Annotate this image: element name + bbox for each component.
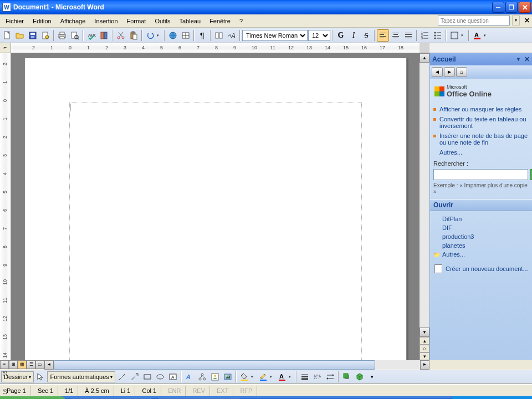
browse-object-button[interactable]: ○ [420,345,429,352]
menu-tableau[interactable]: Tableau [175,14,206,27]
horizontal-scrollbar[interactable]: ◄ ► [44,360,429,370]
menu-edition[interactable]: Edition [28,14,56,27]
diagram-icon[interactable] [196,371,208,383]
prev-page-button[interactable]: ▴ [420,337,429,345]
link-others[interactable]: Autres... [433,149,529,156]
normal-view-button[interactable]: ≡ [0,360,9,369]
file-planetes[interactable]: planetes [433,241,529,250]
scroll-left-button[interactable]: ◄ [44,360,54,370]
oval-tool-icon[interactable] [154,371,166,383]
numbered-list-button[interactable]: 123 [419,29,431,42]
textbox-tool-icon[interactable]: A [167,371,179,383]
menu-insertion[interactable]: Insertion [90,14,122,27]
italic-button[interactable]: I [347,29,360,42]
file-dif[interactable]: DIF [433,223,529,232]
taskpane-close-button[interactable]: ✕ [524,55,530,63]
create-new-document[interactable]: Créer un nouveau document... [433,264,529,273]
link-show-rulers[interactable]: Afficher ou masquer les règles [433,106,529,112]
menu-fenetre[interactable]: Fenêtre [205,14,235,27]
status-rev[interactable]: REV [188,386,210,396]
arrow-style-icon[interactable] [324,371,336,383]
hscroll-track[interactable] [54,360,420,370]
document-page[interactable] [24,58,407,360]
align-center-button[interactable] [390,29,402,42]
taskpane-dropdown[interactable]: ▼ [516,57,521,62]
save-icon[interactable] [27,29,39,42]
print-icon[interactable] [56,29,68,42]
font-family-select[interactable]: Times New Roman [242,30,308,41]
research-icon[interactable] [98,29,110,42]
autoshapes-menu[interactable]: Formes automatiques ▾ [47,371,115,382]
file-difplan[interactable]: DifPlan [433,214,529,223]
read-layout-icon[interactable] [213,29,225,42]
print-preview-icon[interactable] [69,29,81,42]
vertical-scrollbar[interactable]: ▲ ▼ ▴ ○ ▾ [420,53,429,360]
web-view-button[interactable]: ⊞ [9,360,18,369]
undo-dropdown[interactable]: ▾ [157,33,162,38]
borders-button[interactable] [448,29,461,42]
search-input[interactable] [433,169,528,180]
minimize-button[interactable]: ─ [492,2,504,13]
scroll-up-button[interactable]: ▲ [420,53,429,63]
status-enr[interactable]: ENR [163,386,186,396]
scroll-track[interactable] [420,63,429,328]
status-rfp[interactable]: RFP [236,386,257,396]
line-color-icon[interactable] [257,371,269,383]
menu-help[interactable]: ? [235,14,247,27]
fill-color-icon[interactable] [238,371,250,383]
hyperlink-icon[interactable] [167,29,179,42]
bold-button[interactable]: G [335,29,347,42]
maximize-button[interactable]: ❐ [505,2,518,13]
align-justify-button[interactable] [402,29,415,42]
nav-home-button[interactable]: ⌂ [456,67,467,77]
start-button[interactable]: démarrer [0,396,66,399]
wordart-icon[interactable]: A [183,371,196,383]
file-production3[interactable]: production3 [433,232,529,241]
line-style-icon[interactable] [299,371,311,383]
font-color-button[interactable]: A [471,29,483,42]
arrow-tool-icon[interactable] [129,371,141,383]
borders-dropdown[interactable]: ▾ [461,33,467,38]
rectangle-tool-icon[interactable] [141,371,154,383]
zoom-icon[interactable]: AA [226,29,238,42]
fill-color-dropdown[interactable]: ▾ [251,375,257,379]
toolbar-options-icon[interactable]: ▾ [366,371,378,383]
bullet-list-button[interactable] [432,29,444,42]
ruler-corner[interactable]: ⌐ [0,43,11,53]
reading-view-button[interactable]: ▭ [35,360,44,369]
menu-format[interactable]: Format [122,14,151,27]
help-search-input[interactable] [438,16,510,25]
line-tool-icon[interactable] [116,371,128,383]
line-color-dropdown[interactable]: ▾ [270,375,275,379]
close-button[interactable]: ✕ [519,2,531,13]
tables-borders-icon[interactable] [180,29,192,42]
font-color-draw-dropdown[interactable]: ▾ [289,375,294,379]
picture-icon[interactable] [222,371,234,383]
outline-view-button[interactable]: ☰ [27,360,35,369]
scroll-right-button[interactable]: ► [420,360,429,370]
vertical-ruler[interactable]: 21012345678910111213141516 [0,53,11,360]
help-dropdown[interactable]: ▾ [512,16,520,25]
paste-icon[interactable] [127,29,140,42]
align-left-button[interactable] [377,29,389,42]
office-online-logo[interactable]: Microsoft Office Online [433,82,529,100]
menu-fichier[interactable]: Fichier [1,14,28,27]
dash-style-icon[interactable] [311,371,324,383]
spellcheck-icon[interactable]: ABC [85,29,98,42]
print-layout-view-button[interactable]: ▦ [18,360,27,369]
hscroll-thumb[interactable] [54,360,375,370]
font-color-draw-icon[interactable]: A [276,371,288,383]
menu-outils[interactable]: Outils [150,14,175,27]
scroll-down-button[interactable]: ▼ [420,328,429,337]
next-page-button[interactable]: ▾ [420,352,429,360]
horizontal-ruler[interactable]: 210123456789101112131415161718 [11,43,420,53]
status-ext[interactable]: EXT [212,386,233,396]
files-more[interactable]: Autres... [433,250,529,259]
3d-style-icon[interactable] [354,371,366,383]
document-area[interactable] [11,53,420,360]
open-icon[interactable] [14,29,26,42]
select-objects-icon[interactable] [34,371,47,383]
undo-icon[interactable] [144,29,156,42]
menu-affichage[interactable]: Affichage [56,14,90,27]
link-convert-table[interactable]: Convertir du texte en tableau ou inverse… [433,116,529,129]
